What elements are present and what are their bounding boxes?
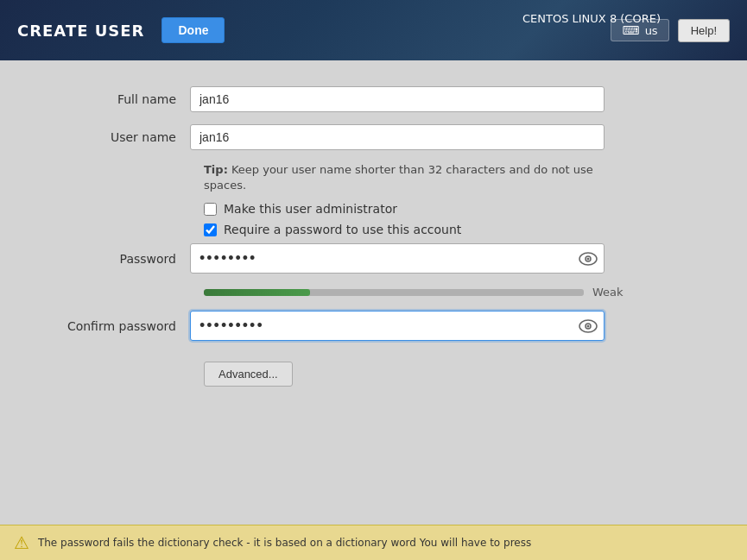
confirm-password-row: Confirm password <box>52 311 695 341</box>
password-input[interactable] <box>190 243 605 274</box>
tip-text: Tip: Keep your user name shorter than 32… <box>204 162 618 193</box>
tip-body: Keep your user name shorter than 32 char… <box>204 163 593 192</box>
svg-point-5 <box>587 324 590 327</box>
full-name-input[interactable] <box>190 86 605 112</box>
require-password-label[interactable]: Require a password to use this account <box>224 223 461 236</box>
tip-prefix: Tip: <box>204 163 228 176</box>
password-row: Password <box>52 243 695 274</box>
password-label: Password <box>52 252 190 266</box>
password-input-wrapper <box>190 243 605 274</box>
warning-icon: ⚠ <box>14 532 29 553</box>
strength-bar-fill <box>204 289 310 296</box>
user-name-input[interactable] <box>190 124 605 150</box>
advanced-row: Advanced... <box>204 362 695 387</box>
user-name-row: User name <box>52 124 695 150</box>
eye-icon-password[interactable] <box>579 252 598 266</box>
main-content: Full name User name Tip: Keep your user … <box>0 60 747 525</box>
os-name-label: CENTOS LINUX 8 (CORE) <box>522 12 661 25</box>
bottom-bar: ⚠ The password fails the dictionary chec… <box>0 525 747 560</box>
header-right: ⌨ us Help! CENTOS LINUX 8 (CORE) <box>611 19 730 42</box>
user-name-label: User name <box>52 130 190 144</box>
eye-icon-confirm[interactable] <box>579 319 598 333</box>
admin-checkbox-label[interactable]: Make this user administrator <box>224 202 397 216</box>
confirm-password-input-wrapper <box>190 311 605 341</box>
header-left: CREATE USER Done <box>17 17 225 43</box>
require-password-checkbox[interactable] <box>204 223 217 236</box>
strength-label: Weak <box>592 286 624 299</box>
header: CREATE USER Done ⌨ us Help! CENTOS LINUX… <box>0 0 747 60</box>
help-button[interactable]: Help! <box>678 19 730 42</box>
full-name-label: Full name <box>52 92 190 106</box>
admin-checkbox[interactable] <box>204 203 217 216</box>
confirm-password-label: Confirm password <box>52 319 190 333</box>
strength-bar-container <box>204 289 584 296</box>
confirm-password-input[interactable] <box>190 311 605 341</box>
keyboard-icon: ⌨ <box>622 23 639 37</box>
page-title: CREATE USER <box>17 22 144 40</box>
keyboard-layout-label: us <box>645 24 658 37</box>
svg-point-2 <box>587 257 590 260</box>
password-checkbox-row: Require a password to use this account <box>204 223 695 236</box>
form-section: Full name User name Tip: Keep your user … <box>52 86 695 387</box>
advanced-button[interactable]: Advanced... <box>204 362 293 387</box>
admin-checkbox-row: Make this user administrator <box>204 202 695 216</box>
bottom-message: The password fails the dictionary check … <box>38 537 733 549</box>
full-name-row: Full name <box>52 86 695 112</box>
strength-row: Weak <box>204 286 695 299</box>
tip-row: Tip: Keep your user name shorter than 32… <box>204 162 695 193</box>
done-button[interactable]: Done <box>161 17 225 43</box>
